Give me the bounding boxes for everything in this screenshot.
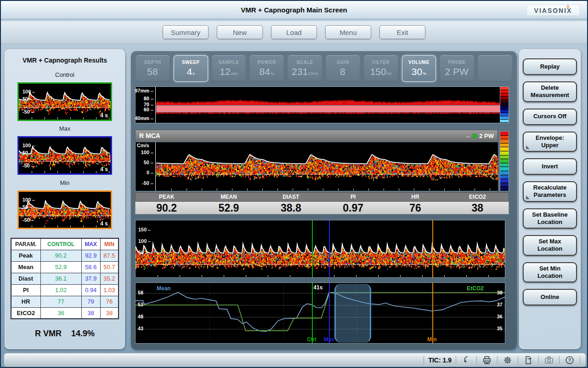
param-unit: mm bbox=[231, 71, 238, 76]
vmr-value: 14.9% bbox=[71, 329, 95, 338]
cell-max: 79 bbox=[81, 296, 100, 307]
cell-min: 76 bbox=[100, 296, 119, 307]
control-cursor[interactable] bbox=[312, 220, 313, 277]
trend-canvas bbox=[136, 220, 505, 277]
vessel-name: R MCA bbox=[139, 132, 160, 139]
vmr-label: R VMR bbox=[35, 329, 62, 338]
param-unit: Cm/s bbox=[308, 71, 318, 76]
tick-label: 100 bbox=[23, 143, 35, 148]
param-value: 12 bbox=[220, 66, 230, 77]
direction-arrow-icon: → bbox=[464, 132, 470, 139]
summary-button[interactable]: Summary bbox=[163, 25, 209, 39]
stats-header: PEAK MEAN DIAST PI HR EtCO2 bbox=[135, 192, 509, 201]
depth-button[interactable]: DEPTH58 bbox=[136, 55, 170, 82]
parameter-row: DEPTH58 SWEEP4s SAMPLE12mm POWER84% SCAL… bbox=[136, 55, 512, 82]
tick-label: 100 bbox=[141, 150, 153, 155]
tick-label: 48 bbox=[138, 314, 143, 319]
tick-label: 50 bbox=[138, 250, 148, 255]
stat-value: 38.8 bbox=[260, 202, 322, 214]
param-label: SAMPLE bbox=[219, 60, 239, 65]
online-button[interactable]: Online bbox=[523, 289, 577, 305]
tick-label: 80 bbox=[144, 96, 153, 101]
volume-button[interactable]: VOLUME30% bbox=[402, 55, 436, 82]
recalculate-parameters-button[interactable]: Recalculate Parameters bbox=[523, 181, 577, 202]
min-label: Min bbox=[5, 179, 125, 186]
load-button[interactable]: Load bbox=[271, 25, 317, 39]
max-cursor-label: Max bbox=[324, 336, 334, 343]
max-thumbnail[interactable]: 100 50 -50 4 s bbox=[17, 136, 112, 175]
control-cursor[interactable] bbox=[312, 283, 313, 343]
set-baseline-location-button[interactable]: Set Baseline Location bbox=[523, 208, 577, 229]
m-mode-axis: 97mm 80 70 60 40mm bbox=[136, 87, 156, 123]
param-unit: % bbox=[271, 71, 274, 76]
min-thumbnail[interactable]: 100 50 -50 4 s bbox=[17, 190, 112, 229]
new-button[interactable]: New bbox=[217, 25, 263, 39]
cell-control: 36 bbox=[40, 307, 81, 319]
param-unit: s bbox=[192, 71, 195, 76]
header-control: CONTROL bbox=[40, 238, 81, 250]
table-row: HR 77 79 76 bbox=[11, 296, 119, 307]
button-label: Recalculate Parameters bbox=[526, 184, 573, 199]
scale-button[interactable]: SCALE231Cm/s bbox=[288, 55, 322, 82]
selection-region[interactable] bbox=[334, 284, 371, 343]
sample-button[interactable]: SAMPLE12mm bbox=[212, 55, 246, 82]
tick-label: -50 bbox=[23, 109, 34, 115]
param-value: 150 bbox=[370, 66, 386, 77]
cell-min: 38 bbox=[100, 307, 119, 319]
table-row: Mean 52.9 58.6 50.7 bbox=[11, 261, 119, 273]
trend-chart[interactable]: Mean EtCO2 41s Ctrl Max Min 58 53 48 43 … bbox=[135, 282, 505, 344]
table-header-row: PARAM. CONTROL MAX MIN bbox=[11, 238, 119, 250]
spectral-display[interactable]: Cm/s 100 50 0 -50 bbox=[135, 142, 498, 191]
stat-value: 0.97 bbox=[322, 202, 384, 214]
param-unit: Hz bbox=[387, 71, 392, 76]
param-value: 58 bbox=[147, 66, 158, 77]
cell-max: 37.9 bbox=[81, 273, 100, 284]
print-icon[interactable] bbox=[481, 355, 493, 366]
trend-spectrogram[interactable]: 150 100 50 bbox=[135, 220, 505, 278]
param-value: 8 bbox=[340, 66, 345, 77]
envelope-upper-button[interactable]: Envelope: Upper bbox=[523, 132, 577, 152]
max-cursor[interactable] bbox=[329, 283, 330, 343]
table-row: PI 1.02 0.94 1.03 bbox=[11, 284, 119, 296]
set-max-location-button[interactable]: Set Max Location bbox=[523, 235, 577, 256]
stat-value: 38 bbox=[447, 202, 509, 214]
cell-param: EtCO2 bbox=[11, 307, 40, 319]
cursors-off-button[interactable]: Cursors Off bbox=[523, 109, 577, 125]
cell-control: 90.2 bbox=[40, 250, 81, 261]
set-min-location-button[interactable]: Set Min Location bbox=[523, 262, 577, 283]
param-label: VOLUME bbox=[408, 60, 430, 65]
undo-arrow-icon[interactable] bbox=[460, 355, 472, 366]
exit-button[interactable]: Exit bbox=[379, 25, 425, 39]
delete-measurement-button[interactable]: Delete Measurement bbox=[523, 81, 577, 102]
sweep-button[interactable]: SWEEP4s bbox=[174, 55, 208, 82]
replay-button[interactable]: Replay bbox=[523, 58, 577, 75]
export-file-icon[interactable] bbox=[522, 355, 534, 366]
tick-label: 43 bbox=[138, 326, 143, 331]
title-bar: VMR + Capnograph Main Screen VIASONIX ^ bbox=[1, 1, 587, 19]
cell-max: 58.6 bbox=[81, 261, 100, 273]
stat-value: 52.9 bbox=[198, 202, 260, 214]
results-table: PARAM. CONTROL MAX MIN Peak 90.2 92.9 87… bbox=[11, 238, 119, 319]
param-value: 84 bbox=[260, 66, 270, 77]
menu-button[interactable]: Menu bbox=[325, 25, 371, 39]
m-mode-display[interactable]: 97mm 80 70 60 40mm bbox=[135, 86, 500, 123]
probe-button[interactable]: PROBE2 PW bbox=[440, 55, 474, 82]
param-label: FILTER bbox=[373, 60, 390, 65]
divider bbox=[497, 356, 498, 364]
help-icon[interactable]: ? bbox=[564, 355, 576, 366]
power-button[interactable]: POWER84% bbox=[249, 55, 284, 82]
invert-button[interactable]: Invert bbox=[523, 158, 577, 175]
settings-gear-icon[interactable] bbox=[502, 355, 514, 366]
max-cursor[interactable] bbox=[329, 220, 330, 277]
etco2-legend: EtCO2 bbox=[467, 285, 484, 292]
control-thumbnail[interactable]: 100 50 -50 4 s bbox=[17, 82, 112, 121]
header-param: PARAM. bbox=[11, 238, 40, 250]
min-cursor[interactable] bbox=[432, 220, 433, 277]
filter-button[interactable]: FILTER150Hz bbox=[364, 55, 398, 82]
empty-button[interactable] bbox=[478, 55, 512, 82]
min-cursor[interactable] bbox=[432, 283, 433, 343]
gain-button[interactable]: GAIN8 bbox=[326, 55, 360, 82]
camera-icon[interactable] bbox=[543, 355, 555, 366]
time-label: 4 s bbox=[100, 166, 108, 172]
stat-label: EtCO2 bbox=[447, 193, 509, 201]
